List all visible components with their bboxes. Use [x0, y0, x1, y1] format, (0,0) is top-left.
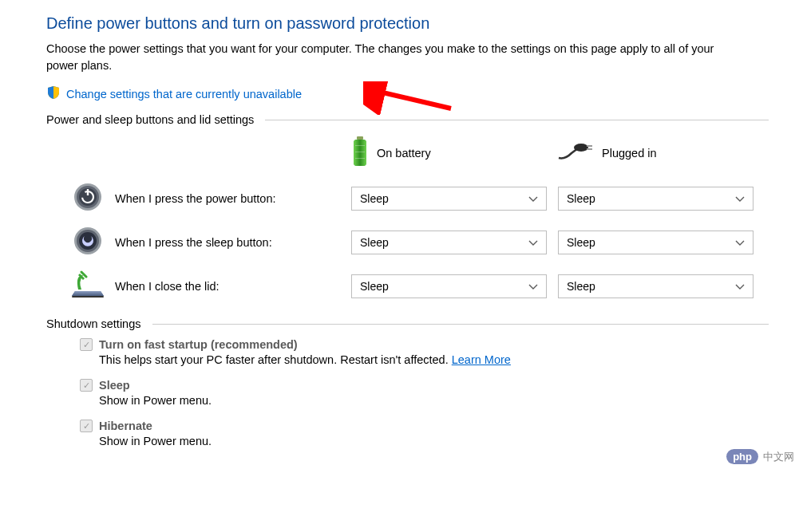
select-value: Sleep: [567, 236, 595, 249]
select-value: Sleep: [567, 192, 595, 205]
chevron-down-icon: [735, 280, 745, 293]
change-settings-row: Change settings that are currently unava…: [46, 85, 783, 102]
sleep-checkbox: ✓: [80, 379, 93, 392]
svg-rect-5: [355, 152, 365, 152]
select-value: Sleep: [360, 280, 389, 293]
divider: [265, 120, 769, 120]
svg-rect-18: [72, 296, 104, 298]
change-settings-link[interactable]: Change settings that are currently unava…: [66, 88, 302, 100]
power-button-label: When I press the power button:: [112, 192, 351, 205]
on-battery-label: On battery: [377, 147, 431, 160]
plugged-in-label: Plugged in: [602, 147, 657, 160]
chevron-down-icon: [528, 280, 538, 293]
php-badge: php: [726, 449, 758, 464]
columns-header: On battery Plugged in: [16, 136, 783, 170]
sleep-button-label: When I press the sleep button:: [112, 236, 351, 249]
divider: [152, 324, 769, 325]
section-title: Power and sleep buttons and lid settings: [46, 113, 254, 126]
select-value: Sleep: [360, 236, 389, 249]
chevron-down-icon: [528, 236, 538, 249]
close-lid-battery-select[interactable]: Sleep: [351, 274, 547, 298]
close-lid-plugged-select[interactable]: Sleep: [558, 274, 754, 298]
plugged-in-column-header: Plugged in: [557, 142, 657, 164]
sleep-button-battery-select[interactable]: Sleep: [351, 231, 547, 254]
hibernate-checkbox: ✓: [80, 420, 93, 432]
svg-rect-4: [355, 145, 365, 146]
shield-icon: [46, 85, 61, 102]
battery-icon: [351, 136, 369, 170]
shutdown-section-header: Shutdown settings: [46, 317, 783, 330]
svg-rect-6: [355, 158, 365, 159]
section-title: Shutdown settings: [46, 317, 141, 330]
fast-startup-item: ✓ Turn on fast startup (recommended) Thi…: [80, 338, 783, 366]
on-battery-column-header: On battery: [351, 136, 557, 170]
hibernate-desc: Show in Power menu.: [99, 435, 783, 447]
laptop-lid-icon: [70, 270, 105, 301]
chevron-down-icon: [735, 236, 745, 249]
power-button-plugged-select[interactable]: Sleep: [558, 187, 754, 211]
chevron-down-icon: [735, 192, 745, 205]
sleep-button-icon: [73, 227, 102, 258]
sleep-button-row: When I press the sleep button: Sleep Sle…: [16, 227, 783, 258]
learn-more-link[interactable]: Learn More: [452, 353, 511, 366]
svg-rect-8: [587, 145, 592, 147]
power-button-battery-select[interactable]: Sleep: [351, 187, 547, 211]
power-button-icon: [73, 183, 102, 214]
close-lid-row: When I close the lid: Sleep Sleep: [16, 270, 783, 301]
svg-rect-3: [354, 140, 366, 166]
fast-startup-desc-text: This helps start your PC faster after sh…: [99, 353, 452, 366]
fast-startup-label: Turn on fast startup (recommended): [99, 338, 298, 351]
fast-startup-checkbox: ✓: [80, 338, 93, 351]
svg-rect-1: [357, 136, 363, 140]
watermark-text: 中文网: [763, 450, 794, 464]
hibernate-item: ✓ Hibernate Show in Power menu.: [80, 420, 783, 447]
sleep-desc: Show in Power menu.: [99, 394, 783, 407]
watermark: php 中文网: [726, 449, 794, 464]
sleep-label: Sleep: [99, 379, 130, 392]
power-button-row: When I press the power button: Sleep Sle…: [16, 183, 783, 214]
close-lid-label: When I close the lid:: [112, 280, 351, 293]
page-description: Choose the power settings that you want …: [46, 41, 745, 74]
chevron-down-icon: [528, 192, 538, 205]
select-value: Sleep: [360, 192, 389, 205]
select-value: Sleep: [567, 280, 595, 293]
plug-icon: [557, 142, 594, 164]
sleep-button-plugged-select[interactable]: Sleep: [558, 231, 754, 254]
svg-rect-9: [587, 148, 592, 150]
svg-point-7: [574, 144, 588, 152]
sleep-item: ✓ Sleep Show in Power menu.: [80, 379, 783, 407]
power-sleep-section-header: Power and sleep buttons and lid settings: [46, 113, 783, 126]
page-title: Define power buttons and turn on passwor…: [46, 14, 783, 33]
svg-point-17: [79, 232, 97, 250]
hibernate-label: Hibernate: [99, 420, 152, 432]
fast-startup-desc: This helps start your PC faster after sh…: [99, 353, 783, 366]
